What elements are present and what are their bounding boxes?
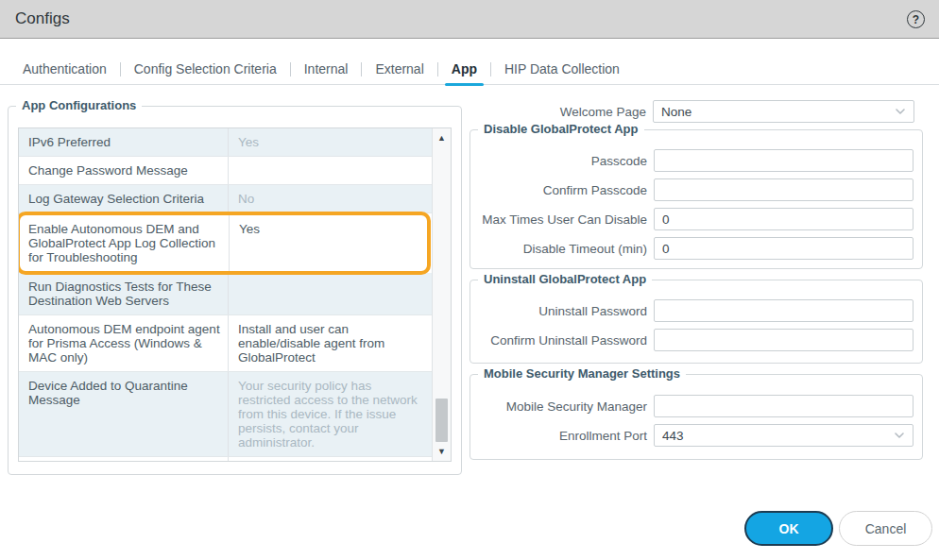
help-icon[interactable]: ? bbox=[907, 10, 925, 28]
disable-globalprotect-app-legend: Disable GlobalProtect App bbox=[478, 122, 644, 136]
tab-app[interactable]: App bbox=[438, 55, 490, 83]
table-row-autonomous-dem-endpoint-agent: Autonomous DEM endpoint agent for Prisma… bbox=[19, 315, 432, 372]
app-configurations-legend: App Configurations bbox=[16, 98, 142, 112]
table-scrollbar[interactable]: ▲ ▼ bbox=[432, 128, 451, 461]
table-row-run-diagnostics-tests: Run Diagnostics Tests for These Destinat… bbox=[19, 273, 432, 315]
app-configurations-group: App Configurations IPv6 Preferred Yes Ch… bbox=[8, 106, 462, 475]
welcome-page-label: Welcome Page bbox=[470, 105, 653, 119]
tab-authentication[interactable]: Authentication bbox=[9, 55, 120, 83]
config-label: Enable Autonomous DEM and GlobalProtect … bbox=[20, 215, 230, 271]
mobile-security-manager-settings-group: Mobile Security Manager Settings Mobile … bbox=[470, 374, 923, 460]
config-value[interactable]: Yes bbox=[229, 128, 432, 156]
titlebar: Configs bbox=[0, 0, 939, 39]
table-row-ipv6-preferred: IPv6 Preferred Yes bbox=[19, 128, 432, 157]
config-value[interactable]: Your security policy has restricted acce… bbox=[229, 372, 432, 456]
config-label: Run Diagnostics Tests for These Destinat… bbox=[19, 273, 229, 314]
chevron-down-icon bbox=[894, 105, 907, 118]
scroll-up-icon[interactable]: ▲ bbox=[433, 130, 451, 145]
enrollment-port-label: Enrollment Port bbox=[470, 429, 654, 443]
welcome-page-row: Welcome Page None bbox=[470, 100, 923, 123]
config-value[interactable] bbox=[229, 157, 432, 184]
mobile-security-manager-field[interactable] bbox=[654, 395, 913, 417]
disable-globalprotect-app-group: Disable GlobalProtect App Passcode Confi… bbox=[470, 129, 923, 269]
welcome-page-select[interactable]: None bbox=[653, 100, 914, 123]
confirm-uninstall-password-field[interactable] bbox=[654, 329, 913, 351]
max-times-user-can-disable-field[interactable] bbox=[654, 208, 913, 230]
table-row-enable-autonomous-dem-highlighted: Enable Autonomous DEM and GlobalProtect … bbox=[18, 212, 431, 275]
tab-external[interactable]: External bbox=[362, 55, 436, 83]
uninstall-password-field[interactable] bbox=[654, 299, 913, 322]
confirm-passcode-label: Confirm Passcode bbox=[470, 183, 654, 197]
confirm-uninstall-password-label: Confirm Uninstall Password bbox=[470, 333, 654, 348]
config-rows: IPv6 Preferred Yes Change Password Messa… bbox=[19, 128, 432, 462]
config-value[interactable]: No bbox=[229, 185, 432, 212]
enrollment-port-select[interactable]: 443 bbox=[654, 424, 913, 447]
chevron-down-icon bbox=[893, 429, 906, 442]
disable-timeout-label: Disable Timeout (min) bbox=[470, 242, 654, 256]
cancel-button[interactable]: Cancel bbox=[839, 511, 932, 546]
uninstall-password-label: Uninstall Password bbox=[470, 304, 654, 318]
tab-hip-data-collection[interactable]: HIP Data Collection bbox=[491, 55, 633, 83]
passcode-field[interactable] bbox=[654, 149, 913, 172]
config-label: Device Added to Quarantine Message bbox=[19, 372, 229, 456]
configs-dialog: Configs ? Authentication Config Selectio… bbox=[0, 0, 939, 560]
config-label: Change Password Message bbox=[19, 157, 229, 184]
uninstall-globalprotect-app-group: Uninstall GlobalProtect App Uninstall Pa… bbox=[470, 280, 923, 364]
mobile-security-manager-label: Mobile Security Manager bbox=[470, 399, 654, 414]
config-label: IPv6 Preferred bbox=[19, 128, 229, 156]
ok-button[interactable]: OK bbox=[744, 511, 833, 546]
table-row-device-added-to-quarantine: Device Added to Quarantine Message Your … bbox=[19, 372, 432, 457]
footer-actions: OK Cancel bbox=[744, 511, 932, 546]
app-configurations-table: IPv6 Preferred Yes Change Password Messa… bbox=[18, 127, 452, 462]
tab-internal[interactable]: Internal bbox=[291, 55, 362, 83]
welcome-page-value: None bbox=[661, 105, 691, 119]
tab-bar: Authentication Config Selection Criteria… bbox=[0, 54, 939, 85]
tab-config-selection-criteria[interactable]: Config Selection Criteria bbox=[121, 55, 290, 83]
config-value[interactable]: Install and user can enable/disable agen… bbox=[229, 315, 432, 371]
config-value[interactable] bbox=[229, 273, 432, 314]
max-times-user-can-disable-label: Max Times User Can Disable bbox=[470, 212, 654, 227]
scroll-down-icon[interactable]: ▼ bbox=[433, 444, 451, 459]
scrollbar-thumb[interactable] bbox=[435, 399, 448, 442]
passcode-label: Passcode bbox=[470, 154, 654, 168]
table-row-change-password-message: Change Password Message bbox=[19, 157, 432, 185]
dialog-title: Configs bbox=[15, 9, 70, 28]
confirm-passcode-field[interactable] bbox=[654, 178, 913, 201]
table-row-log-gateway-selection-criteria: Log Gateway Selection Criteria No bbox=[19, 185, 432, 213]
enrollment-port-value: 443 bbox=[662, 429, 684, 443]
config-label: Device Removed from Quarantine Message bbox=[19, 457, 229, 462]
config-value[interactable]: Your security policy has restored access… bbox=[229, 457, 432, 462]
config-label: Autonomous DEM endpoint agent for Prisma… bbox=[19, 315, 229, 371]
uninstall-globalprotect-app-legend: Uninstall GlobalProtect App bbox=[478, 272, 652, 286]
disable-timeout-field[interactable] bbox=[654, 237, 913, 260]
config-value[interactable]: Yes bbox=[230, 215, 427, 271]
table-row-device-removed-from-quarantine: Device Removed from Quarantine Message Y… bbox=[19, 457, 432, 462]
config-label: Log Gateway Selection Criteria bbox=[19, 185, 229, 212]
mobile-security-manager-settings-legend: Mobile Security Manager Settings bbox=[478, 366, 686, 381]
